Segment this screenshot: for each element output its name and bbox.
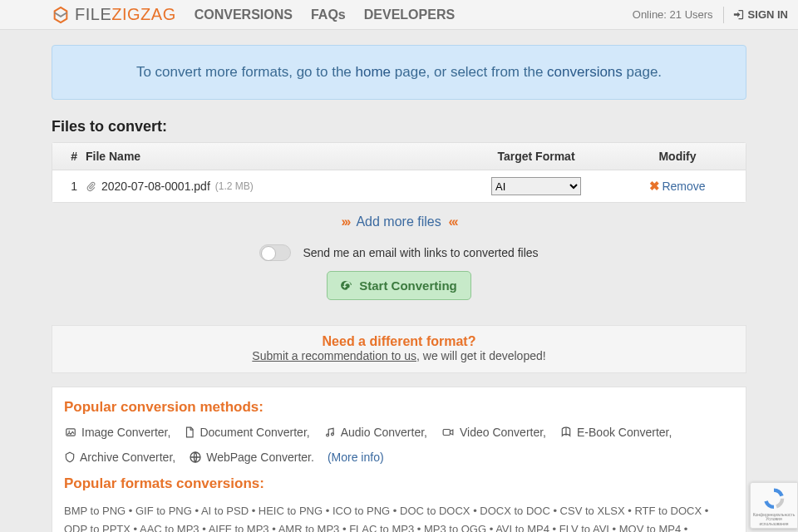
format-link[interactable]: FLV to AVI	[559, 523, 609, 532]
converter-list: Image Converter,Document Converter,Audio…	[64, 426, 734, 464]
divider	[723, 7, 724, 23]
format-link[interactable]: AMR to MP3	[278, 523, 340, 532]
start-converting-button[interactable]: Start Converting	[327, 271, 471, 300]
more-info-link[interactable]: (More info)	[328, 451, 384, 464]
remove-button[interactable]: ✖Remove	[649, 180, 705, 193]
svg-point-2	[326, 434, 328, 436]
signin-icon	[732, 8, 745, 21]
sign-in-label: SIGN IN	[748, 8, 788, 21]
svg-point-3	[331, 433, 333, 436]
popular-methods-title: Popular conversion methods:	[64, 399, 734, 416]
popular-formats-title: Popular formats conversions:	[64, 475, 734, 492]
recaptcha-badge[interactable]: КонфиденциальностьУсловия использования	[750, 482, 798, 529]
converter-link[interactable]: Video Converter,	[441, 426, 546, 439]
format-link[interactable]: ICO to PNG	[332, 505, 390, 517]
formats-cloud: BMP to PNG • GIF to PNG • AI to PSD • HE…	[64, 502, 734, 532]
converter-link[interactable]: WebPage Converter.	[189, 451, 314, 464]
table-header: # File Name Target Format Modify	[52, 143, 746, 170]
sign-in-button[interactable]: SIGN IN	[732, 8, 788, 21]
remove-label: Remove	[662, 180, 705, 193]
nav-conversions[interactable]: CONVERSIONS	[195, 7, 293, 22]
format-link[interactable]: BMP to PNG	[64, 505, 126, 517]
start-label: Start Converting	[359, 278, 457, 293]
converter-link[interactable]: Image Converter,	[64, 426, 170, 439]
conversions-link[interactable]: conversions	[547, 64, 623, 80]
format-link[interactable]: CSV to XLSX	[560, 505, 625, 517]
remove-icon: ✖	[649, 179, 660, 193]
recaptcha-icon	[761, 486, 786, 511]
converter-link[interactable]: E-Book Converter,	[559, 426, 672, 439]
format-link[interactable]: FLAC to MP3	[349, 523, 414, 532]
recaptcha-text: КонфиденциальностьУсловия использования	[752, 513, 796, 527]
table-row: 1 2020-07-08-0001.pdf (1.2 MB) AI ✖Remov…	[52, 170, 746, 202]
file-size: (1.2 MB)	[215, 180, 254, 192]
logo-text-file: FILE	[75, 5, 111, 23]
format-link[interactable]: GIF to PNG	[135, 505, 192, 517]
format-link[interactable]: DOCX to DOC	[480, 505, 550, 517]
files-heading: Files to convert:	[52, 118, 746, 135]
row-index: 1	[62, 180, 86, 193]
col-target: Target Format	[453, 150, 619, 163]
format-link[interactable]: MP3 to OGG	[424, 523, 486, 532]
add-more-label: Add more files	[356, 214, 441, 229]
svg-point-1	[68, 431, 70, 432]
add-more-files[interactable]: ››› Add more files ‹‹‹	[52, 214, 746, 229]
format-link[interactable]: DOC to DOCX	[400, 505, 470, 517]
topbar: FILEZIGZAG CONVERSIONS FAQs DEVELOPERS O…	[0, 0, 798, 30]
format-link[interactable]: ODP to PPTX	[64, 523, 131, 532]
format-link[interactable]: AAC to MP3	[140, 523, 200, 532]
format-link[interactable]: AI to PSD	[201, 505, 249, 517]
logo[interactable]: FILEZIGZAG	[52, 5, 176, 24]
col-filename: File Name	[86, 150, 453, 163]
email-option-row: Send me an email with links to converted…	[52, 244, 746, 261]
converter-link[interactable]: Document Converter,	[184, 426, 309, 439]
format-link[interactable]: HEIC to PNG	[259, 505, 323, 517]
target-format-select[interactable]: AI	[491, 177, 581, 195]
info-banner: To convert more formats, go to the home …	[52, 45, 746, 100]
format-link[interactable]: MOV to MP4	[619, 523, 681, 532]
attachment-icon	[86, 181, 96, 192]
file-name: 2020-07-08-0001.pdf	[101, 180, 210, 193]
logo-icon	[52, 6, 70, 24]
need-format-box: Need a different format? Submit a recomm…	[52, 325, 746, 373]
online-users: Online: 21 Users	[633, 8, 713, 21]
converter-link[interactable]: Audio Converter,	[323, 426, 427, 439]
converter-link[interactable]: Archive Converter,	[64, 451, 175, 464]
main-nav: CONVERSIONS FAQs DEVELOPERS	[195, 7, 455, 22]
submit-recommendation-link[interactable]: Submit a recommendation to us	[252, 349, 416, 362]
logo-text-zigzag: ZIGZAG	[111, 5, 175, 23]
col-modify: Modify	[619, 150, 736, 163]
email-toggle[interactable]	[259, 244, 291, 261]
need-title: Need a different format?	[52, 334, 746, 349]
convert-icon	[341, 279, 354, 293]
email-label: Send me an email with links to converted…	[303, 246, 538, 259]
svg-rect-4	[443, 430, 450, 436]
format-link[interactable]: AVI to MP4	[495, 523, 549, 532]
format-link[interactable]: AIFF to MP3	[209, 523, 269, 532]
nav-developers[interactable]: DEVELOPERS	[364, 7, 455, 22]
files-table: # File Name Target Format Modify 1 2020-…	[52, 142, 746, 203]
chevrons-left-icon: ‹‹‹	[449, 214, 457, 229]
format-link[interactable]: RTF to DOCX	[634, 505, 702, 517]
popular-box: Popular conversion methods: Image Conver…	[52, 387, 746, 532]
home-link[interactable]: home	[356, 64, 392, 80]
nav-faqs[interactable]: FAQs	[311, 7, 346, 22]
col-index: #	[62, 150, 86, 163]
chevrons-right-icon: ›››	[341, 214, 349, 229]
